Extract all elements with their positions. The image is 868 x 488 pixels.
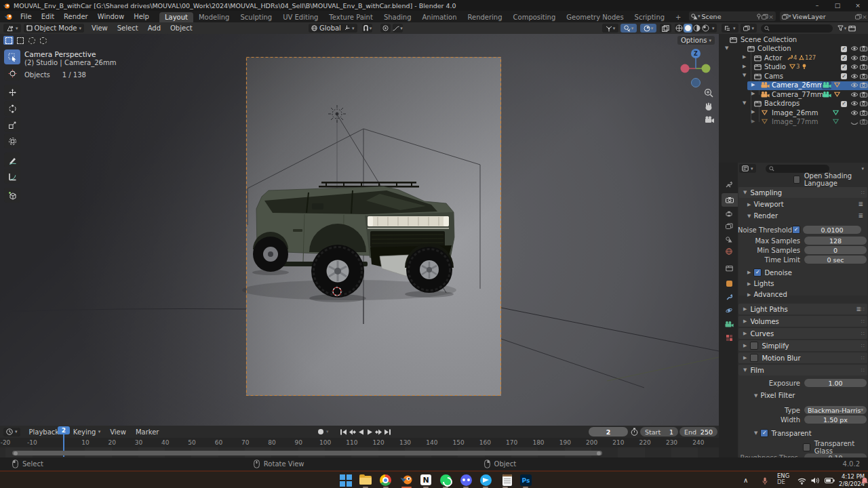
hide-eye-icon[interactable] — [850, 73, 859, 79]
outliner-filter-dropdown[interactable]: ▾ — [837, 24, 847, 33]
hide-eye-icon[interactable] — [850, 82, 859, 88]
render-subpanel[interactable]: ▼Render — [747, 212, 778, 220]
exclude-checkbox[interactable]: ✓ — [841, 55, 847, 61]
hide-eye-icon[interactable] — [850, 45, 859, 52]
file-explorer-icon[interactable] — [359, 474, 372, 487]
hide-eye-icon[interactable] — [850, 100, 859, 106]
outliner-row-camera-26mm[interactable]: ▶ Camera_26mm — [719, 81, 868, 91]
marker-menu[interactable]: Marker — [131, 426, 164, 438]
render-visibility-icon[interactable] — [860, 82, 867, 88]
render-visibility-icon[interactable] — [860, 45, 867, 52]
pixel-filter-subpanel[interactable]: ▼Pixel Filter — [754, 392, 795, 399]
proportional-falloff-dropdown[interactable]: ▾ — [393, 24, 403, 33]
outliner-search[interactable] — [761, 24, 833, 33]
exclude-checkbox[interactable]: ✓ — [841, 73, 847, 79]
timeline-playhead[interactable]: 2 — [58, 426, 70, 434]
render-preset-icon[interactable]: ≣ — [858, 212, 863, 219]
hide-eye-icon[interactable] — [850, 110, 859, 116]
next-keyframe-button[interactable] — [374, 428, 383, 436]
tab-scene[interactable] — [720, 232, 738, 246]
tab-collection[interactable] — [720, 262, 738, 275]
tab-geometry-nodes[interactable]: Geometry Nodes — [561, 12, 629, 22]
hide-eye-icon[interactable] — [850, 92, 859, 98]
tool-move[interactable] — [4, 85, 20, 100]
outliner-row-image-26mm[interactable]: ▶ Image_26mm — [719, 108, 868, 118]
outliner-row-actor[interactable]: ▶ Actor 4 127 ✓ — [719, 54, 868, 63]
stopwatch-icon[interactable] — [631, 428, 638, 436]
tab-object[interactable] — [720, 277, 738, 290]
exclude-checkbox[interactable]: ✓ — [841, 101, 847, 107]
tab-modifiers[interactable] — [720, 290, 738, 304]
notification-bell-icon[interactable] — [861, 477, 868, 485]
motion-blur-panel-header[interactable]: ▶ Motion Blur∷ — [738, 352, 867, 363]
denoise-subpanel[interactable]: ▶ ✓ Denoise — [747, 268, 792, 277]
outliner-row-scene-collection[interactable]: Scene Collection — [719, 35, 868, 45]
new-collection-button[interactable] — [847, 24, 857, 33]
auto-key-button[interactable] — [316, 428, 325, 436]
outliner-row-image-77mm[interactable]: ▶ Image_77mm — [719, 118, 868, 127]
shading-material-button[interactable] — [692, 24, 701, 33]
time-limit-field[interactable]: 0 sec — [804, 256, 867, 264]
shading-wireframe-button[interactable] — [675, 24, 684, 33]
properties-options-dropdown[interactable]: ▾ — [861, 166, 864, 171]
min-samples-field[interactable]: 0 — [804, 246, 867, 254]
snap-target-dropdown[interactable]: ▾ — [341, 24, 357, 33]
timeline-view-menu[interactable]: View — [105, 426, 131, 438]
simplify-panel-header[interactable]: ▶ Simplify∷ — [738, 340, 867, 351]
menu-file[interactable]: File — [16, 11, 37, 22]
max-samples-field[interactable]: 128 — [804, 237, 867, 245]
tool-add-cube[interactable] — [4, 188, 20, 203]
hidden-eye-icon[interactable] — [850, 121, 859, 126]
whatsapp-icon[interactable] — [440, 474, 453, 487]
close-button[interactable]: × — [848, 0, 868, 11]
transparent-subpanel[interactable]: ▼ ✓ Transparent — [754, 429, 812, 437]
timeline-scrollbar[interactable] — [12, 451, 602, 455]
play-reverse-button[interactable] — [357, 428, 366, 436]
tab-world[interactable] — [720, 245, 738, 258]
outliner-row-collection[interactable]: ▼ Collection ✓ — [719, 45, 868, 54]
shading-rendered-button[interactable] — [701, 24, 710, 33]
tab-tool[interactable] — [720, 178, 738, 191]
viewport-preset-icon[interactable]: ≣ — [858, 201, 863, 207]
filter-type-dropdown[interactable]: Blackman-Harris▾ — [804, 406, 867, 414]
start-button[interactable] — [340, 474, 353, 487]
object-menu[interactable]: Object — [165, 22, 197, 34]
render-visibility-icon[interactable] — [860, 92, 867, 98]
select-menu[interactable]: Select — [113, 22, 143, 34]
properties-editor-dropdown[interactable]: ▾ — [739, 164, 756, 173]
outliner-row-camera-77mm[interactable]: ▶ Camera_77mm — [719, 90, 868, 100]
show-overlays-toggle[interactable]: ▾ — [620, 24, 637, 33]
tray-chevron[interactable]: ∧ — [743, 472, 748, 488]
advanced-subpanel[interactable]: ▶Advanced — [747, 291, 787, 298]
editor-type-dropdown[interactable]: ▾ — [3, 24, 21, 33]
unlink-scene-icon[interactable]: × — [768, 13, 774, 20]
motion-blur-checkbox[interactable] — [750, 354, 758, 362]
xray-toggle[interactable]: ▾ — [640, 24, 656, 33]
scene-selector[interactable]: ▾ Scene × — [689, 12, 776, 21]
remove-viewlayer-icon[interactable]: × — [862, 13, 867, 20]
minimize-button[interactable]: – — [807, 0, 827, 11]
outliner-display-mode-dropdown[interactable]: ▾ — [741, 24, 757, 33]
tab-texture-paint[interactable]: Texture Paint — [323, 12, 378, 22]
noise-threshold-checkbox[interactable]: ✓ — [792, 226, 800, 234]
sampling-panel-header[interactable]: ▼ Sampling ∷ — [738, 187, 867, 198]
simplify-checkbox[interactable] — [750, 342, 758, 350]
options-button[interactable]: Options▾ — [677, 36, 715, 45]
notion-icon[interactable]: N — [420, 474, 433, 487]
menu-render[interactable]: Render — [59, 11, 93, 22]
lights-subpanel[interactable]: ▶Lights — [747, 280, 774, 287]
transparent-glass-checkbox[interactable] — [803, 443, 810, 451]
hide-eye-icon[interactable] — [850, 64, 859, 70]
select-mode-tweak[interactable] — [3, 36, 14, 45]
jump-to-start-button[interactable] — [339, 428, 348, 436]
tab-output[interactable] — [720, 207, 738, 220]
timeline-ruler[interactable]: -20-101020304050607080901001101201301401… — [0, 438, 719, 448]
start-frame-field[interactable]: Start1 — [640, 427, 678, 436]
curves-panel-header[interactable]: ▶ Curves∷ — [738, 328, 867, 339]
jump-to-end-button[interactable] — [383, 428, 392, 436]
tab-view-layer[interactable] — [720, 219, 738, 232]
film-panel-header[interactable]: ▼ Film∷ — [738, 365, 867, 375]
light-paths-panel-header[interactable]: ▶ Light Paths ≣∷ — [738, 304, 867, 314]
timeline-editor-dropdown[interactable]: ▾ — [3, 428, 20, 436]
speaker-icon[interactable] — [811, 477, 819, 484]
